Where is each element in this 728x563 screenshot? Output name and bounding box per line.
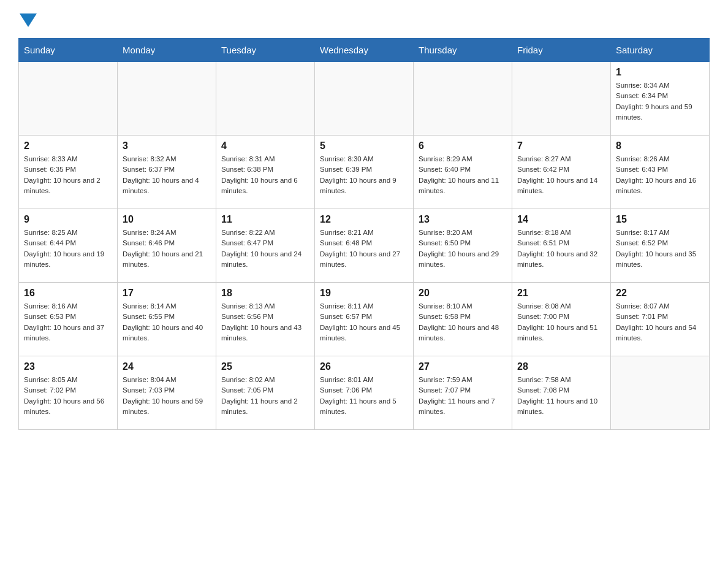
day-info: Sunrise: 8:27 AM Sunset: 6:42 PM Dayligh… xyxy=(517,154,605,196)
calendar-cell: 6Sunrise: 8:29 AM Sunset: 6:40 PM Daylig… xyxy=(414,136,512,209)
calendar-cell: 4Sunrise: 8:31 AM Sunset: 6:38 PM Daylig… xyxy=(216,136,315,209)
calendar-week-row: 2Sunrise: 8:33 AM Sunset: 6:35 PM Daylig… xyxy=(19,136,710,209)
day-info: Sunrise: 8:17 AM Sunset: 6:52 PM Dayligh… xyxy=(616,228,704,270)
day-number: 10 xyxy=(123,214,211,225)
calendar-cell: 3Sunrise: 8:32 AM Sunset: 6:37 PM Daylig… xyxy=(118,136,216,209)
calendar-cell: 17Sunrise: 8:14 AM Sunset: 6:55 PM Dayli… xyxy=(118,283,216,356)
weekday-header-monday: Monday xyxy=(118,39,216,62)
weekday-header-sunday: Sunday xyxy=(19,39,118,62)
day-number: 20 xyxy=(419,288,507,299)
calendar-cell: 1Sunrise: 8:34 AM Sunset: 6:34 PM Daylig… xyxy=(611,62,710,136)
day-info: Sunrise: 8:10 AM Sunset: 6:58 PM Dayligh… xyxy=(419,301,507,343)
day-info: Sunrise: 8:30 AM Sunset: 6:39 PM Dayligh… xyxy=(320,154,408,196)
day-info: Sunrise: 8:14 AM Sunset: 6:55 PM Dayligh… xyxy=(123,301,211,343)
day-number: 15 xyxy=(616,214,704,225)
calendar-cell: 23Sunrise: 8:05 AM Sunset: 7:02 PM Dayli… xyxy=(19,356,118,430)
day-number: 14 xyxy=(517,214,605,225)
calendar-table: SundayMondayTuesdayWednesdayThursdayFrid… xyxy=(18,38,710,430)
day-info: Sunrise: 8:05 AM Sunset: 7:02 PM Dayligh… xyxy=(24,375,112,417)
day-number: 21 xyxy=(517,288,605,299)
day-number: 8 xyxy=(616,140,704,151)
day-number: 23 xyxy=(24,361,112,372)
weekday-header-row: SundayMondayTuesdayWednesdayThursdayFrid… xyxy=(19,39,710,62)
day-number: 9 xyxy=(24,214,112,225)
day-info: Sunrise: 8:31 AM Sunset: 6:38 PM Dayligh… xyxy=(221,154,309,196)
day-info: Sunrise: 8:04 AM Sunset: 7:03 PM Dayligh… xyxy=(123,375,211,417)
calendar-week-row: 9Sunrise: 8:25 AM Sunset: 6:44 PM Daylig… xyxy=(19,209,710,283)
weekday-header-wednesday: Wednesday xyxy=(315,39,414,62)
day-info: Sunrise: 8:18 AM Sunset: 6:51 PM Dayligh… xyxy=(517,228,605,270)
calendar-header: SundayMondayTuesdayWednesdayThursdayFrid… xyxy=(19,39,710,62)
calendar-cell: 14Sunrise: 8:18 AM Sunset: 6:51 PM Dayli… xyxy=(512,209,611,283)
calendar-cell xyxy=(19,62,118,136)
calendar-cell: 22Sunrise: 8:07 AM Sunset: 7:01 PM Dayli… xyxy=(611,283,710,356)
weekday-header-thursday: Thursday xyxy=(414,39,512,62)
calendar-cell: 8Sunrise: 8:26 AM Sunset: 6:43 PM Daylig… xyxy=(611,136,710,209)
calendar-cell: 21Sunrise: 8:08 AM Sunset: 7:00 PM Dayli… xyxy=(512,283,611,356)
calendar-cell: 19Sunrise: 8:11 AM Sunset: 6:57 PM Dayli… xyxy=(315,283,414,356)
day-info: Sunrise: 8:01 AM Sunset: 7:06 PM Dayligh… xyxy=(320,375,408,417)
day-info: Sunrise: 8:34 AM Sunset: 6:34 PM Dayligh… xyxy=(616,80,704,123)
day-number: 17 xyxy=(123,288,211,299)
calendar-cell: 20Sunrise: 8:10 AM Sunset: 6:58 PM Dayli… xyxy=(414,283,512,356)
calendar-cell: 25Sunrise: 8:02 AM Sunset: 7:05 PM Dayli… xyxy=(216,356,315,430)
day-info: Sunrise: 7:58 AM Sunset: 7:08 PM Dayligh… xyxy=(517,375,605,417)
calendar-cell: 18Sunrise: 8:13 AM Sunset: 6:56 PM Dayli… xyxy=(216,283,315,356)
day-number: 2 xyxy=(24,140,112,151)
calendar-cell: 2Sunrise: 8:33 AM Sunset: 6:35 PM Daylig… xyxy=(19,136,118,209)
day-number: 1 xyxy=(616,67,704,78)
day-number: 24 xyxy=(123,361,211,372)
calendar-cell: 26Sunrise: 8:01 AM Sunset: 7:06 PM Dayli… xyxy=(315,356,414,430)
page-header xyxy=(18,12,710,26)
calendar-cell: 15Sunrise: 8:17 AM Sunset: 6:52 PM Dayli… xyxy=(611,209,710,283)
day-number: 11 xyxy=(221,214,309,225)
day-number: 27 xyxy=(419,361,507,372)
calendar-week-row: 23Sunrise: 8:05 AM Sunset: 7:02 PM Dayli… xyxy=(19,356,710,430)
day-info: Sunrise: 8:22 AM Sunset: 6:47 PM Dayligh… xyxy=(221,228,309,270)
day-info: Sunrise: 8:13 AM Sunset: 6:56 PM Dayligh… xyxy=(221,301,309,343)
day-info: Sunrise: 7:59 AM Sunset: 7:07 PM Dayligh… xyxy=(419,375,507,417)
logo-triangle-icon xyxy=(20,13,37,27)
day-info: Sunrise: 8:26 AM Sunset: 6:43 PM Dayligh… xyxy=(616,154,704,196)
day-info: Sunrise: 8:07 AM Sunset: 7:01 PM Dayligh… xyxy=(616,301,704,343)
day-info: Sunrise: 8:21 AM Sunset: 6:48 PM Dayligh… xyxy=(320,228,408,270)
day-info: Sunrise: 8:08 AM Sunset: 7:00 PM Dayligh… xyxy=(517,301,605,343)
day-info: Sunrise: 8:24 AM Sunset: 6:46 PM Dayligh… xyxy=(123,228,211,270)
calendar-cell xyxy=(315,62,414,136)
day-number: 16 xyxy=(24,288,112,299)
calendar-week-row: 16Sunrise: 8:16 AM Sunset: 6:53 PM Dayli… xyxy=(19,283,710,356)
day-number: 4 xyxy=(221,140,309,151)
day-number: 25 xyxy=(221,361,309,372)
calendar-cell xyxy=(216,62,315,136)
day-info: Sunrise: 8:11 AM Sunset: 6:57 PM Dayligh… xyxy=(320,301,408,343)
calendar-cell: 7Sunrise: 8:27 AM Sunset: 6:42 PM Daylig… xyxy=(512,136,611,209)
day-number: 26 xyxy=(320,361,408,372)
calendar-cell xyxy=(512,62,611,136)
weekday-header-friday: Friday xyxy=(512,39,611,62)
calendar-cell xyxy=(414,62,512,136)
day-number: 13 xyxy=(419,214,507,225)
day-info: Sunrise: 8:32 AM Sunset: 6:37 PM Dayligh… xyxy=(123,154,211,196)
day-number: 28 xyxy=(517,361,605,372)
day-info: Sunrise: 8:25 AM Sunset: 6:44 PM Dayligh… xyxy=(24,228,112,270)
calendar-cell: 13Sunrise: 8:20 AM Sunset: 6:50 PM Dayli… xyxy=(414,209,512,283)
day-number: 5 xyxy=(320,140,408,151)
day-info: Sunrise: 8:33 AM Sunset: 6:35 PM Dayligh… xyxy=(24,154,112,196)
calendar-cell: 28Sunrise: 7:58 AM Sunset: 7:08 PM Dayli… xyxy=(512,356,611,430)
calendar-cell: 11Sunrise: 8:22 AM Sunset: 6:47 PM Dayli… xyxy=(216,209,315,283)
day-number: 22 xyxy=(616,288,704,299)
calendar-cell: 24Sunrise: 8:04 AM Sunset: 7:03 PM Dayli… xyxy=(118,356,216,430)
calendar-cell: 9Sunrise: 8:25 AM Sunset: 6:44 PM Daylig… xyxy=(19,209,118,283)
calendar-cell: 16Sunrise: 8:16 AM Sunset: 6:53 PM Dayli… xyxy=(19,283,118,356)
weekday-header-saturday: Saturday xyxy=(611,39,710,62)
day-number: 6 xyxy=(419,140,507,151)
day-number: 7 xyxy=(517,140,605,151)
logo xyxy=(18,12,37,26)
calendar-cell: 27Sunrise: 7:59 AM Sunset: 7:07 PM Dayli… xyxy=(414,356,512,430)
calendar-cell: 5Sunrise: 8:30 AM Sunset: 6:39 PM Daylig… xyxy=(315,136,414,209)
day-number: 3 xyxy=(123,140,211,151)
day-number: 12 xyxy=(320,214,408,225)
calendar-week-row: 1Sunrise: 8:34 AM Sunset: 6:34 PM Daylig… xyxy=(19,62,710,136)
day-info: Sunrise: 8:02 AM Sunset: 7:05 PM Dayligh… xyxy=(221,375,309,417)
day-number: 19 xyxy=(320,288,408,299)
